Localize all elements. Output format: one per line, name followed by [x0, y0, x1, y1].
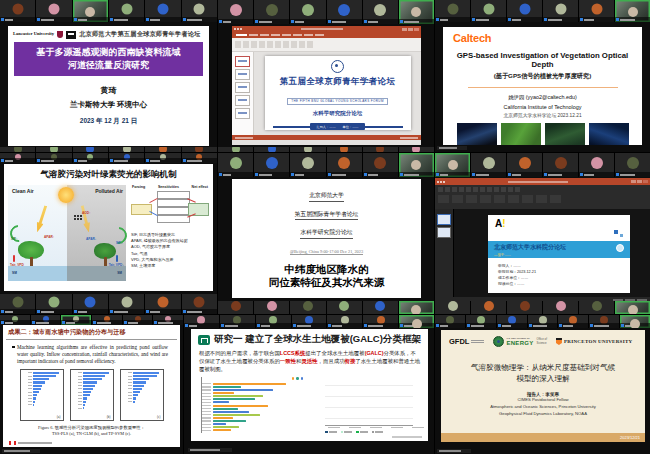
participant-thumbnail[interactable] [184, 315, 219, 328]
participant-thumbnail[interactable] [290, 147, 325, 152]
participant-video-active[interactable] [435, 153, 470, 177]
participant-thumbnail[interactable] [497, 315, 527, 328]
close-button[interactable] [643, 180, 648, 183]
participant-thumbnail[interactable] [507, 301, 542, 314]
participant-thumbnail[interactable] [36, 0, 71, 22]
participant-thumbnail[interactable] [0, 153, 35, 163]
participant-thumbnail[interactable] [543, 0, 578, 22]
participant-thumbnail[interactable] [145, 294, 180, 314]
participant-thumbnail[interactable] [145, 153, 180, 163]
participant-thumbnail[interactable] [363, 153, 398, 177]
participant-thumbnail[interactable] [0, 315, 30, 325]
quick-access-icon[interactable] [440, 181, 442, 183]
slide-thumbnail[interactable] [235, 69, 250, 80]
slide-thumbnail[interactable] [235, 95, 250, 106]
participant-thumbnail[interactable] [399, 147, 434, 152]
participant-thumbnail[interactable] [579, 301, 614, 314]
participant-thumbnail[interactable] [182, 294, 217, 314]
participant-thumbnail[interactable] [579, 153, 614, 177]
close-button[interactable] [414, 28, 419, 31]
maximize-button[interactable] [408, 28, 413, 31]
participant-thumbnail[interactable] [471, 0, 506, 22]
participant-thumbnail[interactable] [589, 315, 619, 328]
participant-thumbnail[interactable] [218, 0, 253, 24]
participant-thumbnail[interactable] [507, 0, 542, 22]
quick-access-icon[interactable] [237, 28, 239, 30]
participant-thumbnail[interactable] [218, 301, 253, 314]
participant-thumbnail[interactable] [153, 315, 183, 325]
participant-thumbnail[interactable] [182, 0, 217, 22]
participant-video-active[interactable] [399, 315, 434, 328]
participant-thumbnail[interactable] [528, 315, 558, 328]
participant-thumbnail[interactable] [109, 147, 144, 152]
participant-thumbnail[interactable] [73, 147, 108, 152]
participant-thumbnail[interactable] [31, 315, 61, 325]
quick-access-icon[interactable] [234, 28, 236, 30]
maximize-button[interactable] [637, 180, 642, 183]
participant-thumbnail[interactable] [36, 294, 71, 314]
participant-thumbnail[interactable] [290, 153, 325, 177]
participant-thumbnail[interactable] [363, 315, 398, 328]
participant-thumbnail[interactable] [0, 0, 35, 22]
participant-thumbnail[interactable] [327, 315, 362, 328]
participant-video-active[interactable] [615, 301, 650, 314]
participant-thumbnail[interactable] [92, 315, 122, 325]
participant-thumbnail[interactable] [466, 315, 496, 328]
participant-thumbnail[interactable] [327, 301, 362, 314]
participant-thumbnail[interactable] [254, 153, 289, 177]
participant-thumbnail[interactable] [579, 0, 614, 22]
participant-thumbnail[interactable] [254, 147, 289, 152]
slide-thumbnail[interactable] [437, 214, 451, 225]
ribbon-toolbar[interactable] [232, 38, 421, 52]
participant-thumbnail[interactable] [471, 153, 506, 177]
slide-thumbnail[interactable] [437, 227, 451, 238]
participant-thumbnail[interactable] [109, 153, 144, 163]
participant-thumbnail[interactable] [615, 153, 650, 177]
participant-thumbnail[interactable] [254, 0, 289, 24]
quick-access-icon[interactable] [240, 28, 242, 30]
participant-video-active[interactable] [399, 301, 434, 314]
participant-thumbnail[interactable] [507, 153, 542, 177]
participant-thumbnail[interactable] [220, 315, 255, 328]
participant-thumbnail[interactable] [36, 153, 71, 163]
participant-thumbnail[interactable] [290, 301, 325, 314]
participant-thumbnail[interactable] [543, 153, 578, 177]
participant-thumbnail[interactable] [254, 301, 289, 314]
slide-thumbnail[interactable] [235, 108, 250, 119]
participant-video-active[interactable] [399, 153, 434, 177]
participant-thumbnail[interactable] [182, 147, 217, 152]
participant-thumbnail[interactable] [145, 147, 180, 152]
participant-thumbnail[interactable] [36, 147, 71, 152]
participant-thumbnail[interactable] [182, 153, 217, 163]
quick-access-icon[interactable] [443, 181, 445, 183]
participant-thumbnail[interactable] [435, 301, 470, 314]
minimize-button[interactable] [402, 28, 407, 31]
ribbon-toolbar[interactable] [435, 185, 650, 209]
status-bar[interactable] [232, 135, 421, 140]
slide-thumbnail-panel[interactable] [232, 52, 254, 135]
participant-thumbnail[interactable] [327, 153, 362, 177]
participant-thumbnail[interactable] [61, 315, 91, 325]
participant-thumbnail[interactable] [471, 301, 506, 314]
participant-thumbnail[interactable] [123, 315, 153, 325]
participant-thumbnail[interactable] [0, 294, 35, 314]
participant-thumbnail[interactable] [363, 147, 398, 152]
participant-thumbnail[interactable] [109, 0, 144, 22]
participant-thumbnail[interactable] [363, 301, 398, 314]
participant-thumbnail[interactable] [109, 294, 144, 314]
participant-video-active[interactable] [399, 0, 434, 24]
participant-thumbnail[interactable] [327, 0, 362, 24]
participant-thumbnail[interactable] [256, 315, 291, 328]
participant-thumbnail[interactable] [73, 153, 108, 163]
participant-video-active[interactable] [620, 315, 650, 328]
slide-thumbnail[interactable] [235, 82, 250, 93]
participant-thumbnail[interactable] [435, 315, 465, 328]
participant-thumbnail[interactable] [543, 301, 578, 314]
slide-thumbnail-panel[interactable] [435, 209, 454, 297]
participant-thumbnail[interactable] [290, 0, 325, 24]
participant-thumbnail[interactable] [327, 147, 362, 152]
participant-video-active[interactable] [73, 0, 108, 22]
participant-video-active[interactable] [615, 0, 650, 22]
participant-thumbnail[interactable] [363, 0, 398, 24]
participant-thumbnail[interactable] [218, 153, 253, 177]
